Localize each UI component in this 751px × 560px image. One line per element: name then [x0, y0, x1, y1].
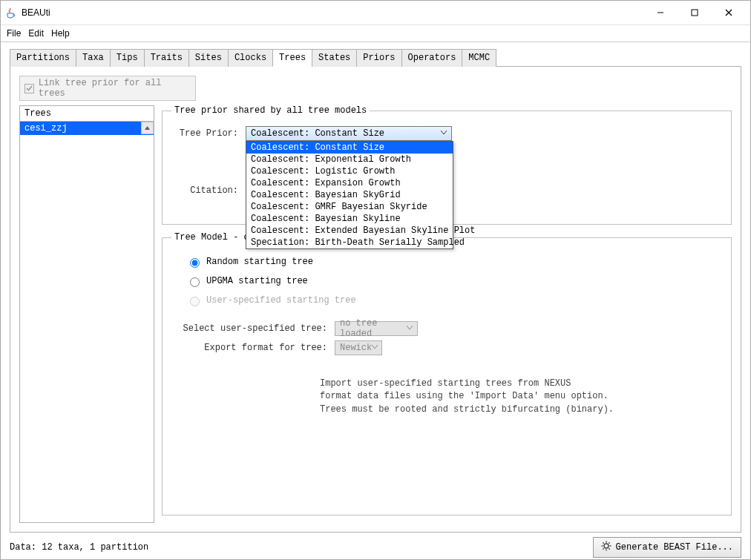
link-tree-prior-checkbox[interactable]: Link tree prior for all trees	[19, 76, 196, 101]
tab-mcmc[interactable]: MCMC	[462, 49, 496, 67]
chevron-down-icon	[372, 344, 378, 352]
radio-label: UPGMA starting tree	[206, 276, 308, 286]
tree-prior-combobox[interactable]: Coalescent: Constant Size	[246, 126, 452, 141]
user-tree-combobox: no tree loaded	[335, 321, 418, 336]
citation-label: Citation:	[149, 185, 238, 196]
chevron-down-icon	[441, 130, 447, 137]
radio-label: Random starting tree	[206, 257, 313, 267]
export-format-label: Export format for tree:	[171, 343, 327, 353]
tree-model-group: Tree Model - c Random starting tree UPGM…	[162, 232, 732, 515]
tab-states[interactable]: States	[312, 49, 357, 67]
tree-prior-legend: Tree prior shared by all tree models	[171, 105, 370, 116]
tab-sites[interactable]: Sites	[188, 49, 229, 67]
tree-prior-option[interactable]: Coalescent: Extended Bayesian Skyline Pl…	[246, 225, 453, 237]
svg-line-3	[726, 10, 732, 16]
tree-prior-option[interactable]: Coalescent: Bayesian Skyline	[246, 213, 453, 225]
tree-prior-option[interactable]: Coalescent: Expansion Growth	[246, 177, 453, 189]
tree-prior-label: Tree Prior:	[149, 128, 238, 139]
checkmark-icon	[24, 84, 34, 93]
radio-input[interactable]	[190, 277, 200, 287]
tree-prior-group: Tree prior shared by all tree models Tre…	[162, 105, 732, 225]
radio-random-starting-tree[interactable]: Random starting tree	[186, 256, 722, 268]
status-text: Data: 12 taxa, 1 partition	[10, 542, 148, 553]
trees-list-panel: Trees cesi_zzj	[19, 105, 154, 523]
svg-line-10	[609, 548, 609, 549]
svg-line-12	[603, 548, 603, 549]
radio-input[interactable]	[190, 258, 200, 268]
hint-line: Import user-specified starting trees fro…	[320, 378, 571, 389]
trees-list[interactable]: cesi_zzj	[20, 122, 154, 522]
user-tree-label: Select user-specified tree:	[171, 323, 327, 334]
statusbar: Data: 12 taxa, 1 partition Generate BEAS…	[1, 536, 750, 559]
java-cup-icon	[5, 7, 17, 19]
trees-list-item[interactable]: cesi_zzj	[20, 122, 154, 135]
export-format-value: Newick	[340, 343, 372, 353]
menubar: File Edit Help	[1, 25, 750, 42]
content-area: Partitions Taxa Tips Traits Sites Clocks…	[1, 42, 750, 536]
tree-prior-value: Coalescent: Constant Size	[251, 128, 384, 139]
svg-line-9	[603, 542, 603, 543]
link-tree-prior-label: Link tree prior for all trees	[39, 78, 191, 99]
window-controls	[643, 1, 746, 24]
trees-tab-panel: Link tree prior for all trees Trees cesi…	[10, 67, 741, 533]
radio-upgma-starting-tree[interactable]: UPGMA starting tree	[186, 275, 722, 287]
trees-list-header: Trees	[20, 106, 154, 122]
menu-edit[interactable]: Edit	[28, 28, 44, 39]
titlebar: BEAUti	[1, 1, 750, 25]
maximize-button[interactable]	[678, 1, 712, 24]
tab-tips[interactable]: Tips	[110, 49, 145, 67]
beauti-window: BEAUti File Edit Help Partitions Taxa Ti…	[0, 0, 751, 560]
tree-prior-option[interactable]: Speciation: Birth-Death Serially Sampled	[246, 237, 453, 248]
tree-model-legend: Tree Model - c	[171, 232, 252, 243]
trees-config-panel: Tree prior shared by all tree models Tre…	[162, 105, 732, 523]
svg-line-11	[609, 542, 609, 543]
tree-prior-option[interactable]: Coalescent: Exponential Growth	[246, 154, 453, 165]
gear-icon	[601, 541, 611, 554]
tree-prior-option[interactable]: Coalescent: Bayesian SkyGrid	[246, 189, 453, 201]
radio-label: User-specified starting tree	[206, 295, 356, 306]
tab-trees[interactable]: Trees	[272, 49, 312, 67]
generate-button-label: Generate BEAST File...	[616, 542, 733, 553]
window-title: BEAUti	[22, 7, 50, 18]
menu-file[interactable]: File	[7, 28, 21, 39]
tree-prior-option[interactable]: Coalescent: Logistic Growth	[246, 165, 453, 177]
user-tree-value: no tree loaded	[340, 318, 407, 339]
minimize-button[interactable]	[643, 1, 678, 24]
tab-traits[interactable]: Traits	[144, 49, 189, 67]
menu-help[interactable]: Help	[51, 28, 70, 39]
import-hint: Import user-specified starting trees fro…	[320, 378, 722, 416]
generate-beast-file-button[interactable]: Generate BEAST File...	[593, 537, 741, 558]
tree-prior-dropdown[interactable]: Coalescent: Constant Size Coalescent: Ex…	[246, 141, 453, 249]
tab-taxa[interactable]: Taxa	[76, 49, 111, 67]
tree-prior-option[interactable]: Coalescent: GMRF Bayesian Skyride	[246, 201, 453, 213]
tab-clocks[interactable]: Clocks	[228, 49, 273, 67]
radio-user-starting-tree: User-specified starting tree	[186, 294, 722, 306]
hint-line: format data files using the 'Import Data…	[320, 391, 609, 401]
tree-prior-option[interactable]: Coalescent: Constant Size	[246, 142, 453, 154]
svg-rect-1	[692, 10, 698, 16]
radio-input	[190, 297, 200, 306]
chevron-down-icon	[407, 325, 413, 332]
export-format-combobox: Newick	[335, 340, 382, 355]
close-button[interactable]	[712, 1, 746, 24]
tab-operators[interactable]: Operators	[401, 49, 463, 67]
svg-point-4	[604, 544, 609, 548]
hint-line: Trees must be rooted and strictly bifurc…	[320, 404, 614, 415]
tab-priors[interactable]: Priors	[356, 49, 401, 67]
tab-partitions[interactable]: Partitions	[10, 49, 76, 67]
svg-line-2	[726, 10, 732, 16]
tab-strip: Partitions Taxa Tips Traits Sites Clocks…	[10, 48, 741, 67]
